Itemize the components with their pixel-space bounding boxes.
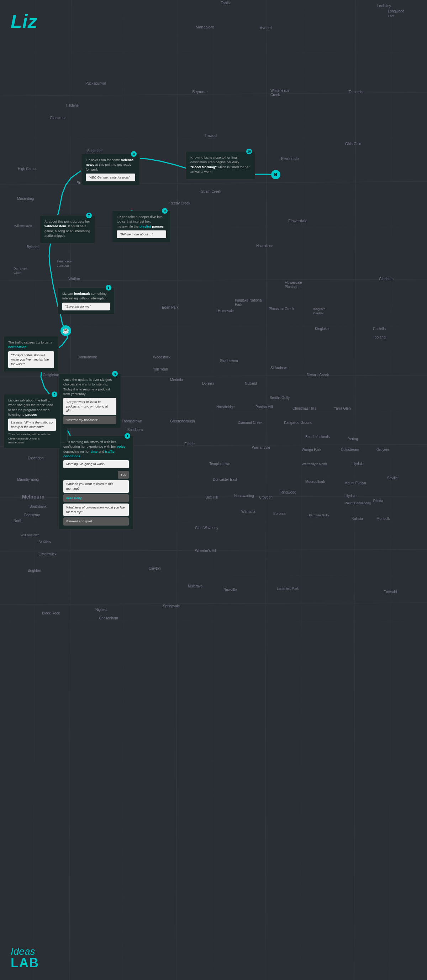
card-7: 7 At about this point Liz gets her wildc… [40, 215, 95, 243]
svg-text:Thomastown: Thomastown [122, 419, 142, 423]
svg-text:Coldstream: Coldstream [341, 448, 359, 452]
svg-text:Whiteheads: Whiteheads [271, 89, 289, 92]
card-9-bubble1: "Tell me more about ..." [117, 231, 166, 239]
svg-text:Christmas Hills: Christmas Hills [293, 406, 316, 410]
svg-text:Essendon: Essendon [28, 456, 43, 460]
svg-text:Mannbyrnong: Mannbyrnong [17, 477, 39, 482]
svg-text:Bundoora: Bundoora [127, 428, 143, 432]
svg-text:Yan Yean: Yan Yean [153, 368, 168, 371]
svg-text:Darraweit: Darraweit [14, 267, 27, 270]
card-4-text: Once the update is over Liz gets choices… [63, 377, 116, 396]
svg-text:St Andrews: St Andrews [271, 366, 288, 370]
svg-text:Longwood: Longwood [388, 9, 404, 13]
svg-text:Reedy Creek: Reedy Creek [169, 201, 190, 205]
ideas-text: Ideas [11, 947, 39, 956]
svg-text:Eltham: Eltham [184, 442, 195, 446]
lab-text: LAB [11, 956, 39, 969]
svg-text:Cheltenham: Cheltenham [99, 616, 118, 620]
card-1-bubble6: Relaxed and quiet [63, 517, 129, 525]
svg-text:Mooroolbark: Mooroolbark [305, 480, 326, 484]
svg-text:Smiths Gully: Smiths Gully [270, 396, 290, 400]
svg-text:Monbulk: Monbulk [376, 517, 390, 520]
svg-text:Ringwood: Ringwood [280, 490, 296, 494]
svg-text:Doncaster East: Doncaster East [213, 477, 237, 482]
card-8-bubble1: Liz asks "Why is the traffic so heavy at… [8, 418, 56, 431]
svg-text:Mangalore: Mangalore [196, 25, 214, 29]
svg-text:Junction: Junction [57, 264, 69, 267]
svg-text:Tabilk: Tabilk [221, 1, 231, 5]
card-1-bubble4: Fran Kelly [63, 494, 129, 503]
svg-text:High Camp: High Camp [18, 167, 36, 171]
svg-text:Yarra Glen: Yarra Glen [334, 406, 351, 410]
svg-text:Nunawading: Nunawading [234, 494, 254, 498]
svg-text:Greensborough: Greensborough [170, 419, 195, 423]
svg-text:Warrandyte North: Warrandyte North [302, 462, 327, 466]
svg-text:Lysterfield Park: Lysterfield Park [277, 587, 299, 590]
card-1-text: Liz's morning mix starts off with her co… [63, 439, 129, 458]
card-6-bubble1: "Save this for me" [62, 302, 110, 311]
svg-text:East: East [388, 14, 395, 18]
svg-text:Wallan: Wallan [69, 277, 80, 281]
card-6-number: 6 [106, 285, 112, 291]
svg-text:Plantation: Plantation [285, 285, 300, 289]
card-10: 10 Knowing Liz is close to her final des… [186, 151, 255, 180]
svg-text:North: North [14, 519, 22, 523]
card-9-number: 9 [162, 208, 167, 214]
svg-text:Lilydale: Lilydale [352, 462, 364, 466]
svg-text:Southbank: Southbank [30, 504, 47, 509]
svg-text:Springvale: Springvale [163, 604, 180, 608]
card-8-number: 8 [52, 391, 57, 397]
svg-text:Mount Evelyn: Mount Evelyn [344, 481, 366, 485]
svg-text:Central: Central [313, 312, 323, 315]
svg-text:Flowerdale: Flowerdale [288, 219, 308, 223]
svg-text:Nutfield: Nutfield [245, 382, 257, 385]
svg-text:Willowmavin: Willowmavin [14, 224, 32, 228]
svg-text:Glenburn: Glenburn [379, 277, 394, 281]
svg-text:Strath Creek: Strath Creek [201, 189, 221, 193]
svg-text:Emerald: Emerald [384, 590, 397, 594]
card-9: 9 Liz can take a deeper dive into topics… [112, 210, 171, 242]
svg-text:Doreen: Doreen [202, 382, 214, 385]
svg-text:Wantirna: Wantirna [241, 509, 255, 514]
svg-text:Gruyere: Gruyere [376, 448, 390, 452]
svg-text:B: B [274, 172, 277, 177]
card-5-bubble1: "Today's coffee stop will make you five … [8, 351, 54, 368]
card-1-bubble1: Morning Liz, going to work? [63, 460, 129, 468]
card-7-text: At about this point Liz gets her wildcar… [45, 219, 90, 238]
svg-text:Avenel: Avenel [260, 25, 271, 30]
svg-text:Bylands: Bylands [27, 245, 40, 249]
svg-text:Box Hill: Box Hill [206, 495, 218, 499]
svg-text:Glenaroua: Glenaroua [50, 116, 67, 120]
app-title: Liz [11, 11, 37, 32]
card-4-bubble2: "resume my podcasts" [63, 416, 116, 424]
card-1: 1 Liz's morning mix starts off with her … [59, 436, 134, 530]
svg-text:Williamstown: Williamstown [21, 533, 40, 537]
svg-text:Pheasant Creek: Pheasant Creek [269, 307, 295, 311]
svg-text:Wonga Park: Wonga Park [302, 448, 322, 452]
svg-text:Humevale: Humevale [218, 309, 234, 313]
svg-text:Merinda: Merinda [170, 378, 183, 382]
svg-text:Hazeldene: Hazeldene [256, 244, 273, 248]
svg-text:Mulgrave: Mulgrave [188, 584, 203, 588]
svg-text:Donnybrook: Donnybrook [78, 355, 97, 359]
card-4: 4 Once the update is over Liz gets choic… [59, 373, 121, 428]
svg-text:Glen Waverley: Glen Waverley [195, 526, 218, 530]
svg-text:Tarcombe: Tarcombe [349, 90, 364, 94]
svg-text:Croydon: Croydon [259, 495, 272, 499]
svg-text:Kallista: Kallista [352, 517, 363, 520]
card-1-bubble2: Yes [118, 471, 129, 479]
svg-text:Rowville: Rowville [223, 588, 237, 592]
svg-text:Hilldene: Hilldene [66, 103, 79, 107]
svg-text:Kinglake: Kinglake [315, 327, 329, 331]
svg-text:Black Rock: Black Rock [42, 611, 60, 615]
card-4-bubble1: "Do you want to listen to podcasts, musi… [63, 398, 116, 415]
svg-text:Flowerdale: Flowerdale [285, 280, 302, 285]
card-1-bubble5: What level of conversation would you lik… [63, 504, 129, 516]
card-3: 3 Liz asks Fran for some Science news at… [81, 154, 140, 185]
svg-text:Woodstock: Woodstock [153, 355, 171, 359]
svg-text:Toolangi: Toolangi [373, 335, 386, 339]
svg-text:Warrandyte: Warrandyte [252, 445, 271, 449]
svg-text:Nighett: Nighett [96, 608, 107, 612]
card-5-text: The traffic causes Liz to get a notifica… [8, 340, 54, 350]
svg-text:Park: Park [235, 302, 243, 307]
